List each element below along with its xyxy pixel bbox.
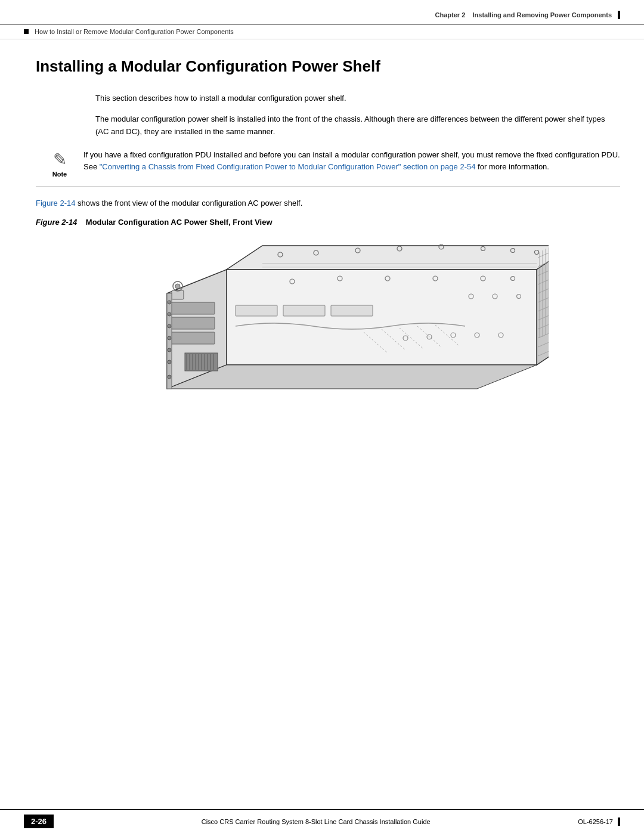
- figure-image-area: 207660: [36, 234, 620, 460]
- svg-marker-4: [167, 365, 537, 389]
- note-text-after: for more information.: [475, 162, 549, 171]
- chapter-title: Installing and Removing Power Components: [473, 11, 612, 18]
- svg-rect-30: [170, 317, 215, 329]
- paragraph-1: This section describes how to install a …: [95, 92, 620, 105]
- figure-ref-link[interactable]: Figure 2-14: [36, 199, 75, 208]
- svg-point-51: [168, 348, 171, 352]
- svg-rect-46: [167, 293, 172, 389]
- note-pencil-icon: ✎: [53, 151, 67, 168]
- page-wrapper: Chapter 2 Installing and Removing Power …: [0, 0, 644, 833]
- svg-point-50: [168, 336, 171, 340]
- svg-point-52: [168, 360, 171, 364]
- svg-point-48: [168, 312, 171, 316]
- figure-caption: Figure 2-14 Modular Configuration AC Pow…: [36, 218, 620, 227]
- page-subheader: How to Install or Remove Modular Configu…: [0, 24, 644, 39]
- svg-rect-70: [236, 305, 277, 316]
- figure-caption-text: Modular Configuration AC Power Shelf, Fr…: [86, 218, 273, 227]
- svg-rect-72: [331, 305, 373, 316]
- diagram-svg: 207660: [107, 234, 549, 460]
- footer-doc-id-text: OL-6256-17: [578, 818, 613, 825]
- page-header: Chapter 2 Installing and Removing Power …: [0, 0, 644, 24]
- footer-doc-title: Cisco CRS Carrier Routing System 8-Slot …: [202, 818, 431, 825]
- figure-ref-text: shows the front view of the modular conf…: [75, 199, 302, 208]
- page-footer: 2-26 Cisco CRS Carrier Routing System 8-…: [0, 809, 644, 833]
- header-chapter-label: Chapter 2 Installing and Removing Power …: [435, 11, 612, 18]
- svg-rect-29: [170, 302, 215, 314]
- diagram-container: 207660: [107, 234, 549, 460]
- svg-point-47: [168, 301, 171, 304]
- svg-rect-43: [172, 290, 184, 299]
- page-title: Installing a Modular Configuration Power…: [36, 57, 620, 76]
- svg-point-45: [175, 284, 180, 289]
- header-bar-icon: [618, 11, 620, 19]
- note-box: ✎ Note If you have a fixed configuration…: [36, 149, 620, 187]
- figure-caption-num: Figure 2-14: [36, 218, 77, 227]
- note-link[interactable]: "Converting a Chassis from Fixed Configu…: [100, 162, 476, 171]
- note-icon-area: ✎ Note: [36, 149, 83, 178]
- svg-marker-2: [227, 270, 537, 365]
- svg-point-49: [168, 324, 171, 328]
- breadcrumb-text: How to Install or Remove Modular Configu…: [35, 28, 234, 35]
- subheader-bullet-icon: [24, 29, 29, 34]
- note-content: If you have a fixed configuration PDU in…: [83, 149, 620, 174]
- footer-doc-id: OL-6256-17: [578, 817, 620, 826]
- svg-marker-0: [227, 246, 549, 270]
- footer-page-number: 2-26: [24, 815, 54, 828]
- paragraph-2: The modular configuration power shelf is…: [95, 113, 620, 138]
- svg-rect-71: [283, 305, 325, 316]
- footer-bar-icon: [618, 817, 620, 826]
- page-content: Installing a Modular Configuration Power…: [0, 39, 644, 809]
- chapter-label: Chapter 2: [435, 11, 466, 18]
- svg-rect-31: [170, 332, 215, 344]
- note-label: Note: [52, 171, 67, 178]
- svg-point-53: [168, 375, 171, 379]
- figure-reference-line: Figure 2-14 shows the front view of the …: [36, 197, 620, 210]
